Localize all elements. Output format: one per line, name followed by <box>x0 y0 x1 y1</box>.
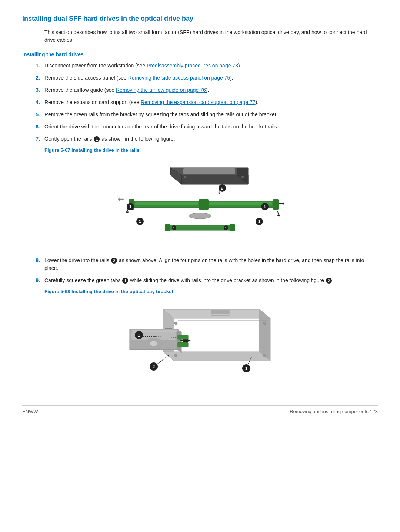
svg-rect-30 <box>169 225 231 230</box>
svg-text:1: 1 <box>129 204 131 209</box>
svg-text:2: 2 <box>221 186 223 190</box>
svg-text:1: 1 <box>138 333 140 337</box>
step-number-3: 3. <box>30 86 44 94</box>
svg-rect-48 <box>211 312 230 314</box>
steps-continued-list: 8. Lower the drive into the rails 2 as s… <box>30 257 378 284</box>
svg-text:1: 1 <box>258 219 260 224</box>
step-number-2: 2. <box>30 74 44 82</box>
section-heading: Installing the hard drives <box>22 51 378 57</box>
svg-point-46 <box>263 354 266 357</box>
step-3: 3. Remove the airflow guide (see Removin… <box>30 86 378 94</box>
step-2: 2. Remove the side access panel (see Rem… <box>30 74 378 82</box>
svg-rect-10 <box>135 202 198 205</box>
step-7: 7. Gently open the rails 1 as shown in t… <box>30 135 378 143</box>
figure-68-label: Figure 5-68 Installing the drive in the … <box>44 289 378 294</box>
svg-rect-47 <box>211 310 230 312</box>
svg-rect-32 <box>230 224 235 231</box>
figure-68-container: 1 2 1 <box>22 298 378 383</box>
step-number-7: 7. <box>30 135 44 143</box>
step-content-8: Lower the drive into the rails 2 as show… <box>44 257 378 272</box>
svg-text:2: 2 <box>153 364 155 369</box>
link-expansion-card-support[interactable]: Removing the expansion card support on p… <box>141 99 256 105</box>
svg-point-44 <box>263 322 266 325</box>
svg-text:1: 1 <box>245 366 247 371</box>
step-9: 9. Carefully squeeze the green tabs 1 wh… <box>30 277 378 284</box>
svg-text:1: 1 <box>173 226 175 230</box>
footer-right: Removing and installing components 123 <box>290 409 378 414</box>
step-1: 1. Disconnect power from the workstation… <box>30 62 378 70</box>
step-8: 8. Lower the drive into the rails 2 as s… <box>30 257 378 272</box>
step-5: 5. Remove the green rails from the brack… <box>30 111 378 118</box>
step-number-6: 6. <box>30 123 44 131</box>
figure-67-container: ↓ 2 ↙ ↘ 1 1 1 1 <box>22 157 378 249</box>
svg-point-6 <box>241 176 244 178</box>
svg-text:1: 1 <box>264 204 266 209</box>
step-number-5: 5. <box>30 111 44 118</box>
link-side-access-panel[interactable]: Removing the side access panel on page 7… <box>128 75 230 81</box>
svg-text:1: 1 <box>139 219 141 224</box>
svg-point-55 <box>150 341 157 346</box>
step-content-2: Remove the side access panel (see Removi… <box>44 74 378 82</box>
badge-2-step9: 2 <box>326 278 332 284</box>
step-content-3: Remove the airflow guide (see Removing t… <box>44 86 378 94</box>
svg-marker-40 <box>163 352 270 361</box>
svg-text:1: 1 <box>225 226 227 230</box>
figure-67-svg: ↓ 2 ↙ ↘ 1 1 1 1 <box>111 160 289 245</box>
step-content-9: Carefully squeeze the green tabs 1 while… <box>44 277 378 284</box>
svg-text:↖: ↖ <box>116 194 126 204</box>
intro-paragraph: This section describes how to install tw… <box>44 29 378 44</box>
steps-list: 1. Disconnect power from the workstation… <box>30 62 378 143</box>
svg-line-64 <box>157 355 169 364</box>
svg-marker-1 <box>181 175 248 184</box>
step-content-4: Remove the expansion card support (see R… <box>44 98 378 106</box>
footer-left: ENWW <box>22 409 38 414</box>
svg-marker-52 <box>178 329 181 353</box>
step-number-1: 1. <box>30 62 44 70</box>
link-predisassembly[interactable]: Predisassembly procedures on page 73 <box>147 63 238 68</box>
svg-point-29 <box>189 213 211 219</box>
step-content-1: Disconnect power from the workstation (s… <box>44 62 378 70</box>
figure-67-label: Figure 5-67 Installing the drive in the … <box>44 147 378 153</box>
footer: ENWW Removing and installing components … <box>22 405 378 414</box>
step-content-6: Orient the drive with the connectors on … <box>44 123 378 131</box>
step-6: 6. Orient the drive with the connectors … <box>30 123 378 131</box>
step-number-9: 9. <box>30 277 44 284</box>
svg-point-5 <box>184 176 186 178</box>
svg-rect-58 <box>178 342 188 347</box>
page-title: Installing dual SFF hard drives in the o… <box>22 15 378 23</box>
step-4: 4. Remove the expansion card support (se… <box>30 98 378 106</box>
svg-rect-4 <box>183 168 235 174</box>
svg-point-43 <box>174 322 177 325</box>
step-content-5: Remove the green rails from the bracket … <box>44 111 378 118</box>
svg-rect-49 <box>211 315 230 316</box>
svg-rect-31 <box>165 224 170 231</box>
svg-point-45 <box>174 354 177 357</box>
svg-rect-57 <box>178 335 188 339</box>
step-number-8: 8. <box>30 257 44 264</box>
step-content-7: Gently open the rails 1 as shown in the … <box>44 135 378 143</box>
figure-68-svg: 1 2 1 <box>111 302 289 379</box>
link-airflow-guide[interactable]: Removing the airflow guide on page 76 <box>116 87 206 93</box>
svg-rect-15 <box>203 199 209 210</box>
badge-1-step9: 1 <box>122 278 128 284</box>
badge-1-step7: 1 <box>94 136 100 142</box>
step-number-4: 4. <box>30 98 44 106</box>
badge-2-step8: 2 <box>111 258 117 264</box>
